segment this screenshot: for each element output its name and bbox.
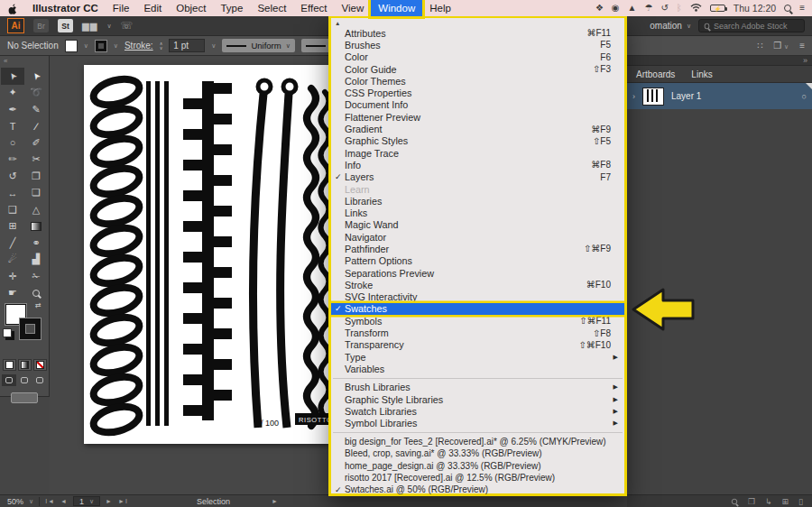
stock-button[interactable]: St xyxy=(58,19,73,32)
menu-item[interactable]: ✓ Type ▶ xyxy=(331,351,624,363)
menu-item[interactable]: ✓ Symbol Libraries ▶ xyxy=(331,418,624,429)
zoom-tool[interactable] xyxy=(24,285,48,302)
menu-item[interactable]: ✓ Brush Libraries ▶ xyxy=(331,382,624,393)
layer-thumbnail[interactable] xyxy=(642,88,664,106)
none-button[interactable] xyxy=(33,359,47,371)
menubar-item[interactable]: View xyxy=(335,0,372,16)
perspective-grid-tool[interactable]: △ xyxy=(24,201,48,218)
delete-layer-icon[interactable]: ▯ xyxy=(798,497,803,506)
menu-item[interactable]: ✓ big design_for Tees_2 [Recovered].ai* … xyxy=(331,436,624,447)
apple-menu-icon[interactable] xyxy=(7,3,20,14)
chevron-down-icon[interactable]: ∨ xyxy=(211,42,216,50)
bluetooth-icon[interactable]: ᛒ xyxy=(677,0,682,16)
menu-item[interactable]: ✓ Bleed, crop, saving.ai* @ 33.33% (RGB/… xyxy=(331,447,624,459)
menubar-item[interactable]: Effect xyxy=(293,0,334,16)
menu-item[interactable]: ✓ Gradient ⌘F9 ▶ xyxy=(331,123,624,134)
menubar-item[interactable]: Window xyxy=(371,0,422,16)
free-transform-tool[interactable]: ❏ xyxy=(24,185,48,202)
chevron-down-icon[interactable]: ∨ xyxy=(84,42,88,50)
width-tool[interactable]: ↔ xyxy=(1,185,24,202)
artboard-navigation[interactable]: 1 ∨ xyxy=(73,496,100,506)
spotlight-icon[interactable] xyxy=(784,5,791,12)
menu-item[interactable]: ✓ Variables ▶ xyxy=(331,363,624,374)
bridge-button[interactable]: Br xyxy=(33,19,49,32)
new-sublayer-icon[interactable]: ↳ xyxy=(765,497,772,506)
menu-item[interactable]: ✓ Attributes ⌘F11 ▶ xyxy=(331,27,624,39)
search-input[interactable] xyxy=(714,22,799,31)
draw-normal-button[interactable] xyxy=(2,374,16,386)
stroke-weight-value[interactable]: 1 pt xyxy=(169,39,205,52)
layer-target-icon[interactable]: ○ xyxy=(802,92,807,101)
menubar-item[interactable]: Help xyxy=(422,0,458,16)
grid-view-icon[interactable]: ∷ xyxy=(757,41,762,51)
graph-tool[interactable]: ▟ xyxy=(24,252,48,269)
menu-item[interactable]: ✓ Document Info ▶ xyxy=(331,99,624,111)
shape-builder-tool[interactable]: ❑ xyxy=(1,201,24,218)
next-artboard-button[interactable]: ► xyxy=(106,498,113,504)
clipping-mask-icon[interactable]: ❐ xyxy=(748,497,755,506)
chevron-down-icon[interactable]: ∨ xyxy=(106,23,111,30)
menubar-item[interactable]: Object xyxy=(169,0,213,16)
lasso-tool[interactable]: ➰ xyxy=(24,85,48,102)
layer-row[interactable]: › Layer 1 ○ xyxy=(627,83,812,109)
menubar-item[interactable]: File xyxy=(106,0,137,16)
arrange-icon[interactable]: ❐ ∨ xyxy=(773,41,789,51)
menu-item[interactable]: ✓ Stroke ⌘F10 ▶ xyxy=(331,279,624,290)
pen-tool[interactable]: ✒ xyxy=(1,101,24,118)
menu-item[interactable]: ✓ Pattern Options ▶ xyxy=(331,255,624,267)
share-icon[interactable]: ☏ xyxy=(121,20,134,32)
color-button[interactable] xyxy=(3,359,16,371)
menubar-item[interactable]: Illustrator CC xyxy=(25,0,106,16)
direct-selection-tool[interactable]: ➤ xyxy=(24,68,48,85)
swap-fill-stroke-icon[interactable]: ⇄ xyxy=(35,301,42,309)
panel-tab[interactable]: Artboards xyxy=(636,69,675,79)
menu-item[interactable]: ✓ Brushes F5 ▶ xyxy=(331,39,624,51)
workspace-switcher[interactable]: omation ∨ xyxy=(650,21,691,31)
symbol-sprayer-tool[interactable]: ☄ xyxy=(1,252,24,269)
fill-color-chip[interactable] xyxy=(65,40,78,52)
hand-tool[interactable]: ☛ xyxy=(1,285,24,302)
menu-item[interactable]: ✓ home_page_design.ai @ 33.33% (RGB/Prev… xyxy=(331,459,624,471)
stroke-weight-stepper[interactable]: ∧ ∨ xyxy=(160,41,163,51)
pencil-tool[interactable]: ✏ xyxy=(1,152,24,169)
battery-icon[interactable]: ⚡ xyxy=(710,5,725,12)
panel-expand-icon[interactable]: » xyxy=(803,57,807,65)
selection-tool[interactable]: ➤ xyxy=(1,68,24,85)
menu-item[interactable]: ✓ Graphic Styles ⇧F5 ▶ xyxy=(331,135,624,147)
ellipse-tool[interactable]: ○ xyxy=(1,134,24,152)
scale-tool[interactable]: ❐ xyxy=(24,168,48,185)
menubar-item[interactable]: Type xyxy=(213,0,250,16)
menu-item[interactable]: ✓ Color Themes ▶ xyxy=(331,75,624,87)
last-artboard-button[interactable]: ►I xyxy=(118,498,128,504)
mesh-tool[interactable]: ⊞ xyxy=(1,218,24,235)
rotate-tool[interactable]: ↺ xyxy=(1,168,24,185)
gradient-button[interactable] xyxy=(18,359,32,371)
menu-item[interactable]: ✓ Symbols ⇧⌘F11 ▶ xyxy=(331,315,624,327)
panel-menu-icon[interactable]: ≡ xyxy=(799,41,805,51)
artboard-tool[interactable]: ✛ xyxy=(1,268,24,285)
previous-artboard-button[interactable]: ◄ xyxy=(60,498,68,504)
menu-item[interactable]: ✓ SVG Interactivity ▶ xyxy=(331,291,624,303)
gradient-tool[interactable] xyxy=(24,218,48,235)
menu-item[interactable]: ✓ Libraries ▶ xyxy=(331,195,624,207)
blend-tool[interactable]: ⚭ xyxy=(24,235,48,252)
menu-item[interactable]: ✓ CSS Properties ▶ xyxy=(331,87,624,98)
draw-behind-button[interactable] xyxy=(17,374,32,386)
backup-icon[interactable]: ☂ xyxy=(645,0,653,16)
menu-item[interactable]: ✓ Learn ▶ xyxy=(331,183,624,195)
menu-item[interactable]: ✓ Separations Preview ▶ xyxy=(331,267,624,279)
artboard-canvas[interactable]: / 100 RISOTTO xyxy=(84,65,329,444)
magic-wand-tool[interactable]: ✦ xyxy=(1,85,24,102)
menu-item[interactable]: ✓ Info ⌘F8 ▶ xyxy=(331,159,624,171)
menu-item[interactable]: ✓ Swtaches.ai @ 50% (RGB/Preview) ▶ xyxy=(331,484,624,495)
scissors-tool[interactable]: ✂ xyxy=(24,152,48,169)
type-tool[interactable]: T xyxy=(1,118,24,135)
menu-item[interactable]: ✓ Transform ⇧F8 ▶ xyxy=(331,327,624,338)
default-fill-stroke-icon[interactable] xyxy=(3,328,12,337)
menu-item[interactable]: ✓ Graphic Style Libraries ▶ xyxy=(331,393,624,405)
menu-item[interactable]: ✓ Layers F7 ▶ xyxy=(331,171,624,183)
menu-item[interactable]: ✓ Image Trace ▶ xyxy=(331,147,624,159)
menubar-clock[interactable]: Thu 12:20 xyxy=(734,3,776,14)
menu-item[interactable]: ✓ Pathfinder ⇧⌘F9 ▶ xyxy=(331,243,624,254)
stroke-color-chip[interactable] xyxy=(95,40,107,52)
